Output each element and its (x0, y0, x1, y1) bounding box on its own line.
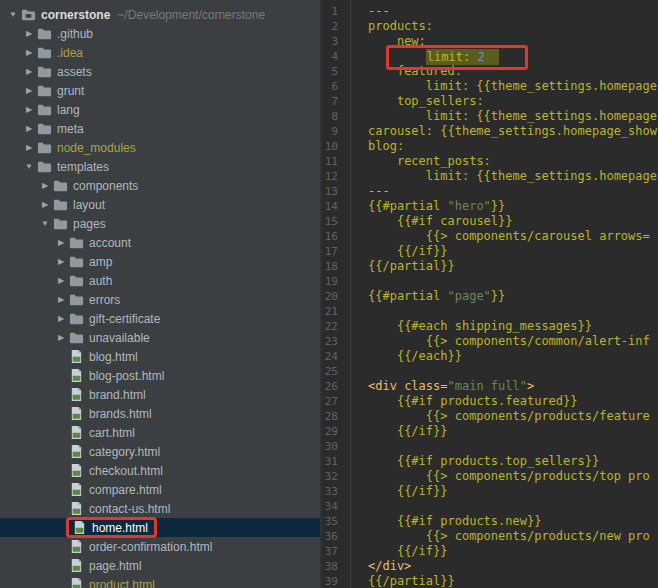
expand-arrow-icon[interactable]: ▶ (54, 309, 68, 328)
tree-item-page-html[interactable]: page.html (0, 556, 320, 575)
line-number[interactable]: 11 (322, 154, 344, 169)
line-number[interactable]: 3 (322, 34, 344, 49)
code-line[interactable]: 36 {{> components/products/new pro (322, 529, 658, 544)
expand-arrow-icon[interactable]: ▶ (54, 233, 68, 252)
line-number[interactable]: 21 (322, 304, 344, 319)
expand-arrow-icon[interactable]: ▶ (54, 271, 68, 290)
code-line[interactable]: 10blog: (322, 139, 658, 154)
tree-item-grunt[interactable]: ▶grunt (0, 81, 320, 100)
tree-item-order-confirmation-html[interactable]: order-confirmation.html (0, 537, 320, 556)
tree-item-node-modules[interactable]: ▶node_modules (0, 138, 320, 157)
collapse-arrow-icon[interactable]: ▼ (38, 214, 52, 233)
code-line[interactable]: 17 {{/if}} (322, 244, 658, 259)
tree-item-contact-us-html[interactable]: contact-us.html (0, 499, 320, 518)
code-line[interactable]: 2products: (322, 19, 658, 34)
line-number[interactable]: 32 (322, 469, 344, 484)
expand-arrow-icon[interactable]: ▶ (38, 195, 52, 214)
tree-item-layout[interactable]: ▶layout (0, 195, 320, 214)
code-line[interactable]: 30 (322, 439, 658, 454)
line-number[interactable]: 10 (322, 139, 344, 154)
code-line[interactable]: 8 limit: {{theme_settings.homepage (322, 109, 658, 124)
tree-item-idea[interactable]: ▶.idea (0, 43, 320, 62)
code-line[interactable]: 29 {{/if}} (322, 424, 658, 439)
line-number[interactable]: 6 (322, 79, 344, 94)
line-number[interactable]: 28 (322, 409, 344, 424)
code-line[interactable]: 24 {{/each}} (322, 349, 658, 364)
line-number[interactable]: 30 (322, 439, 344, 454)
expand-arrow-icon[interactable]: ▶ (22, 119, 36, 138)
expand-arrow-icon[interactable]: ▶ (22, 62, 36, 81)
tree-item-assets[interactable]: ▶assets (0, 62, 320, 81)
line-number[interactable]: 20 (322, 289, 344, 304)
line-number[interactable]: 22 (322, 319, 344, 334)
line-number[interactable]: 31 (322, 454, 344, 469)
collapse-arrow-icon[interactable]: ▼ (6, 5, 20, 24)
tree-item-amp[interactable]: ▶amp (0, 252, 320, 271)
line-number[interactable]: 7 (322, 94, 344, 109)
tree-item-components[interactable]: ▶components (0, 176, 320, 195)
tree-item-cart-html[interactable]: cart.html (0, 423, 320, 442)
code-line[interactable]: 32 {{> components/products/top pro (322, 469, 658, 484)
tree-item-account[interactable]: ▶account (0, 233, 320, 252)
code-line[interactable]: 1--- (322, 4, 658, 19)
code-line[interactable]: 37 {{/if}} (322, 544, 658, 559)
line-number[interactable]: 33 (322, 484, 344, 499)
tree-item-category-html[interactable]: category.html (0, 442, 320, 461)
expand-arrow-icon[interactable]: ▶ (22, 81, 36, 100)
code-line[interactable]: 7 top_sellers: (322, 94, 658, 109)
line-number[interactable]: 35 (322, 514, 344, 529)
line-number[interactable]: 36 (322, 529, 344, 544)
line-number[interactable]: 27 (322, 394, 344, 409)
tree-item-gift-certificate[interactable]: ▶gift-certificate (0, 309, 320, 328)
tree-item-home-html[interactable]: home.html (0, 518, 320, 537)
code-line[interactable]: 22 {{#each shipping_messages}} (322, 319, 658, 334)
tree-item-errors[interactable]: ▶errors (0, 290, 320, 309)
code-line[interactable]: 12 limit: {{theme_settings.homepage (322, 169, 658, 184)
line-number[interactable]: 14 (322, 199, 344, 214)
expand-arrow-icon[interactable]: ▶ (38, 176, 52, 195)
code-line[interactable]: 6 limit: {{theme_settings.homepage (322, 79, 658, 94)
line-number[interactable]: 25 (322, 364, 344, 379)
expand-arrow-icon[interactable]: ▶ (22, 43, 36, 62)
code-line[interactable]: 13--- (322, 184, 658, 199)
line-number[interactable]: 34 (322, 499, 344, 514)
line-number[interactable]: 13 (322, 184, 344, 199)
expand-arrow-icon[interactable]: ▶ (22, 100, 36, 119)
code-line[interactable]: 19 (322, 274, 658, 289)
expand-arrow-icon[interactable]: ▶ (54, 252, 68, 271)
line-number[interactable]: 18 (322, 259, 344, 274)
line-number[interactable]: 19 (322, 274, 344, 289)
code-line[interactable]: 14{{#partial "hero"}} (322, 199, 658, 214)
expand-arrow-icon[interactable]: ▶ (22, 138, 36, 157)
line-number[interactable]: 1 (322, 4, 344, 19)
tree-item-brands-html[interactable]: brands.html (0, 404, 320, 423)
line-number[interactable]: 9 (322, 124, 344, 139)
tree-item-checkout-html[interactable]: checkout.html (0, 461, 320, 480)
expand-arrow-icon[interactable]: ▶ (22, 24, 36, 43)
line-number[interactable]: 8 (322, 109, 344, 124)
code-line[interactable]: 11 recent_posts: (322, 154, 658, 169)
line-number[interactable]: 38 (322, 559, 344, 574)
code-line[interactable]: 15 {{#if carousel}} (322, 214, 658, 229)
code-line[interactable]: 25 (322, 364, 658, 379)
collapse-arrow-icon[interactable]: ▼ (22, 157, 36, 176)
code-line[interactable]: 20{{#partial "page"}} (322, 289, 658, 304)
code-line[interactable]: 31 {{#if products.top_sellers}} (322, 454, 658, 469)
tree-item-pages[interactable]: ▼pages (0, 214, 320, 233)
code-line[interactable]: 26<div class="main full"> (322, 379, 658, 394)
tree-item-unavailable[interactable]: ▶unavailable (0, 328, 320, 347)
code-line[interactable]: 33 {{/if}} (322, 484, 658, 499)
line-number[interactable]: 26 (322, 379, 344, 394)
line-number[interactable]: 37 (322, 544, 344, 559)
code-line[interactable]: 16 {{> components/carousel arrows= (322, 229, 658, 244)
tree-item-blog-html[interactable]: blog.html (0, 347, 320, 366)
line-number[interactable]: 15 (322, 214, 344, 229)
tree-item-meta[interactable]: ▶meta (0, 119, 320, 138)
line-number[interactable]: 23 (322, 334, 344, 349)
code-line[interactable]: 18{{/partial}} (322, 259, 658, 274)
code-line[interactable]: 28 {{> components/products/feature (322, 409, 658, 424)
code-line[interactable]: 27 {{#if products.featured}} (322, 394, 658, 409)
expand-arrow-icon[interactable]: ▶ (54, 290, 68, 309)
line-number[interactable]: 12 (322, 169, 344, 184)
tree-item-product-html[interactable]: product.html (0, 575, 320, 588)
